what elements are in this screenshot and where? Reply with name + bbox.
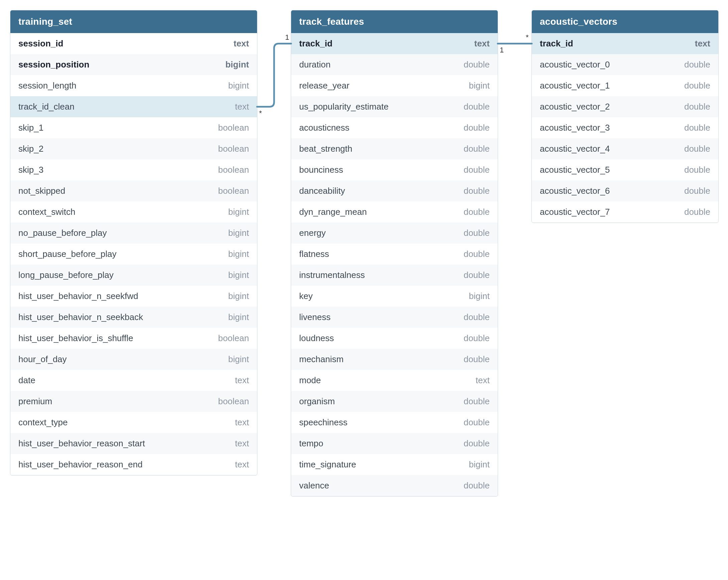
table-acoustic_vectors: acoustic_vectorstrack_idtextacoustic_vec… xyxy=(531,10,719,223)
column-type: double xyxy=(464,354,490,365)
column-name: tempo xyxy=(299,438,323,449)
column-type: text xyxy=(476,375,490,386)
column-name: mode xyxy=(299,375,321,386)
column-type: double xyxy=(684,165,710,175)
column-type: double xyxy=(464,249,490,259)
column-name: danceability xyxy=(299,186,345,196)
column-type: double xyxy=(464,438,490,449)
column-type: bigint xyxy=(228,81,249,91)
column-name: loudness xyxy=(299,333,334,343)
column-name: duration xyxy=(299,59,331,70)
column-type: bigint xyxy=(228,249,249,259)
column-name: hist_user_behavior_n_seekback xyxy=(18,312,143,322)
table-row: session_positionbigint xyxy=(10,54,257,75)
column-name: acoustic_vector_1 xyxy=(540,81,610,91)
column-name: track_id xyxy=(299,38,333,49)
table-row: us_popularity_estimatedouble xyxy=(291,96,498,117)
column-name: session_length xyxy=(18,81,76,91)
table-header: track_features xyxy=(291,10,498,33)
column-name: mechanism xyxy=(299,354,344,365)
column-type: bigint xyxy=(228,291,249,301)
column-name: hist_user_behavior_is_shuffle xyxy=(18,333,133,343)
column-type: double xyxy=(464,144,490,154)
column-name: short_pause_before_play xyxy=(18,249,116,259)
column-name: acousticness xyxy=(299,123,349,133)
table-row: acoustic_vector_1double xyxy=(532,75,718,96)
table-row: acoustic_vector_3double xyxy=(532,117,718,138)
column-name: context_switch xyxy=(18,207,76,217)
column-name: acoustic_vector_5 xyxy=(540,165,610,175)
table-row: acousticnessdouble xyxy=(291,117,498,138)
column-type: double xyxy=(684,102,710,112)
column-name: session_position xyxy=(18,59,89,70)
table-row: mechanismdouble xyxy=(291,349,498,370)
column-type: text xyxy=(234,38,249,49)
schema-diagram: training_setsession_idtextsession_positi… xyxy=(10,10,718,497)
table-row: danceabilitydouble xyxy=(291,180,498,202)
column-type: boolean xyxy=(218,396,249,406)
column-name: long_pause_before_play xyxy=(18,270,114,280)
table-row: release_yearbigint xyxy=(291,75,498,96)
table-row: livenessdouble xyxy=(291,307,498,328)
table-row: long_pause_before_playbigint xyxy=(10,265,257,286)
table-row: acoustic_vector_6double xyxy=(532,180,718,202)
table-row: energydouble xyxy=(291,222,498,243)
column-type: double xyxy=(464,480,490,491)
table-row: acoustic_vector_0double xyxy=(532,54,718,75)
table-row: modetext xyxy=(291,370,498,391)
column-name: acoustic_vector_4 xyxy=(540,144,610,154)
column-name: release_year xyxy=(299,81,349,91)
column-type: bigint xyxy=(228,228,249,238)
table-row: hist_user_behavior_is_shuffleboolean xyxy=(10,328,257,349)
column-name: track_id_clean xyxy=(18,102,75,112)
column-type: double xyxy=(464,333,490,343)
table-row: acoustic_vector_4double xyxy=(532,138,718,159)
column-type: double xyxy=(464,417,490,428)
table-row: hist_user_behavior_reason_starttext xyxy=(10,433,257,454)
table-row: loudnessdouble xyxy=(291,328,498,349)
column-name: hist_user_behavior_reason_start xyxy=(18,438,145,449)
cardinality-label: * xyxy=(259,109,262,117)
column-name: context_type xyxy=(18,417,68,428)
column-name: instrumentalness xyxy=(299,270,365,280)
column-type: double xyxy=(464,270,490,280)
table-row: session_lengthbigint xyxy=(10,75,257,96)
table-row: no_pause_before_playbigint xyxy=(10,222,257,243)
column-type: bigint xyxy=(228,270,249,280)
table-header: training_set xyxy=(10,10,257,33)
cardinality-label: * xyxy=(526,33,529,42)
column-name: hour_of_day xyxy=(18,354,67,365)
column-name: acoustic_vector_3 xyxy=(540,123,610,133)
column-name: skip_2 xyxy=(18,144,44,154)
table-row: speechinessdouble xyxy=(291,412,498,433)
column-type: double xyxy=(464,396,490,406)
column-name: track_id xyxy=(540,38,573,49)
table-row: bouncinessdouble xyxy=(291,159,498,180)
cardinality-label: 1 xyxy=(285,33,289,42)
column-name: us_popularity_estimate xyxy=(299,102,388,112)
table-row: hist_user_behavior_n_seekbackbigint xyxy=(10,307,257,328)
column-type: bigint xyxy=(225,59,249,70)
column-type: double xyxy=(464,165,490,175)
table-row: acoustic_vector_2double xyxy=(532,96,718,117)
column-type: double xyxy=(684,186,710,196)
column-type: double xyxy=(684,207,710,217)
table-row: skip_2boolean xyxy=(10,138,257,159)
table-row: dyn_range_meandouble xyxy=(291,202,498,222)
table-row: acoustic_vector_7double xyxy=(532,202,718,222)
column-name: date xyxy=(18,375,35,386)
table-track_features: track_featurestrack_idtextdurationdouble… xyxy=(291,10,498,497)
column-name: no_pause_before_play xyxy=(18,228,107,238)
column-type: boolean xyxy=(218,165,249,175)
column-name: skip_3 xyxy=(18,165,44,175)
table-row: track_idtext xyxy=(291,33,498,54)
column-type: double xyxy=(464,207,490,217)
table-row: tempodouble xyxy=(291,433,498,454)
column-name: not_skipped xyxy=(18,186,65,196)
column-name: acoustic_vector_0 xyxy=(540,59,610,70)
table-row: instrumentalnessdouble xyxy=(291,265,498,286)
column-type: double xyxy=(464,123,490,133)
table-row: valencedouble xyxy=(291,475,498,496)
column-type: boolean xyxy=(218,144,249,154)
column-name: key xyxy=(299,291,313,301)
